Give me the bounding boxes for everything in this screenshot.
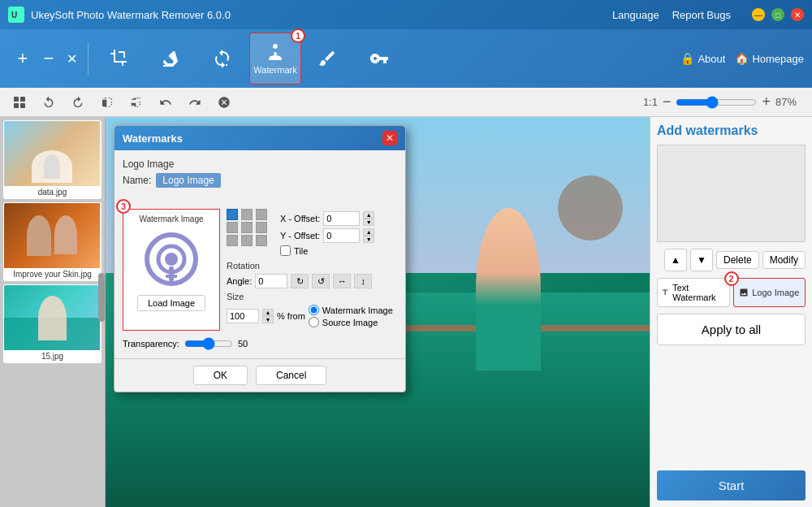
svg-rect-4 [14,103,19,108]
angle-label: Angle: [227,276,252,286]
brush-tool[interactable] [301,32,353,84]
crop-tool[interactable] [93,32,145,84]
pos-bot-center[interactable] [241,235,253,246]
pos-top-right[interactable] [256,209,267,220]
about-section: 🔒 About [680,52,725,65]
close-file-btn[interactable]: ✕ [60,44,83,73]
zoom-slider[interactable] [676,96,757,109]
badge-2: 2 [724,271,739,286]
thumbnail-2[interactable]: Improve your Skin.jpg [3,202,102,281]
size-input[interactable] [227,309,259,323]
redo-btn[interactable] [184,91,206,114]
zoom-out-btn[interactable]: − [663,93,672,110]
offset-fields: X - Offset: ▲ ▼ Y - [280,209,374,256]
watermark-preview [657,145,806,242]
delete-btn[interactable]: Delete [716,251,759,269]
pos-mid-center[interactable] [241,222,253,233]
wm-image-box: Watermark Image [123,209,220,331]
rot-ccw-btn[interactable]: ↺ [312,274,330,288]
report-bugs-btn[interactable]: Report Bugs [672,9,731,21]
toolbar-separator-1 [88,42,89,75]
yoffset-down[interactable]: ▼ [363,236,374,243]
minimize-btn[interactable]: — [752,8,765,21]
key-tool[interactable] [353,32,405,84]
pos-mid-right[interactable] [256,222,267,233]
add-btn[interactable]: + [8,44,37,73]
watermark-tool[interactable]: 1 Watermark [249,32,301,84]
thumb-label-2: Improve your Skin.jpg [4,268,101,280]
yoffset-label: Y - Offset: [280,231,320,240]
apply-all-btn[interactable]: Apply to all [657,314,806,345]
ok-btn[interactable]: OK [193,366,248,385]
rot-cw-btn[interactable]: ↻ [291,274,309,288]
flip-v-btn[interactable] [125,91,148,114]
toolbar-right: 🔒 About 🏠 Homepage [680,52,804,65]
dialog-section-title: Logo Image [123,158,397,170]
tile-label: Tile [294,246,308,256]
radio-src[interactable] [309,317,319,327]
thumb-label-1: data.jpg [4,186,101,198]
dialog-close-btn[interactable]: ✕ [382,131,397,145]
pos-top-center[interactable] [241,209,253,220]
tab-text-label: Text Watermark [672,283,725,302]
language-btn[interactable]: Language [612,9,659,21]
dialog-footer: OK Cancel [114,358,405,392]
wm-down-btn[interactable]: ▼ [690,249,713,271]
rotate-cw-btn[interactable] [37,91,60,114]
about-btn[interactable]: About [698,53,725,65]
cancel-btn[interactable] [213,91,235,114]
window-controls: — □ ✕ [752,8,804,21]
size-down[interactable]: ▼ [262,316,274,323]
wm-up-btn[interactable]: ▲ [664,249,687,271]
tile-checkbox[interactable] [280,245,291,256]
yoffset-up[interactable]: ▲ [363,228,374,236]
wm-action-row: ▲ ▼ Delete Modify [657,249,806,271]
yoffset-input[interactable] [323,228,360,243]
flip-h-rot-btn[interactable]: ↔ [333,274,351,288]
modify-btn[interactable]: Modify [762,251,806,269]
xoffset-input[interactable] [323,211,360,226]
tab-text-watermark[interactable]: Text Watermark [657,278,730,307]
rotate-ccw-btn[interactable] [67,91,89,114]
canvas-area: Watermarks ✕ Logo Image Name: Logo Image… [106,117,650,507]
pos-bot-left[interactable] [227,235,238,246]
pos-mid-left[interactable] [227,222,238,233]
xoffset-label: X - Offset: [280,214,320,223]
yoffset-spin: ▲ ▼ [363,228,374,243]
grid-btn[interactable] [8,91,31,114]
radio-wm[interactable] [309,305,319,315]
size-up[interactable]: ▲ [262,309,274,316]
flip-v-rot-btn[interactable]: ↕ [354,274,372,288]
undo-btn[interactable] [154,91,177,114]
flip-h-btn[interactable] [96,91,119,114]
dialog-cancel-btn[interactable]: Cancel [256,366,326,385]
load-image-btn[interactable]: Load Image [137,295,205,311]
maximize-btn[interactable]: □ [771,8,784,21]
title-bar-right: Language Report Bugs — □ ✕ [612,8,804,21]
rotation-label: Rotation [227,261,397,271]
eraser-tool[interactable] [145,32,197,84]
app-logo: U [8,6,24,23]
pos-top-left[interactable] [227,209,238,220]
svg-rect-2 [14,97,19,102]
homepage-btn[interactable]: Homepage [752,53,804,65]
thumbnail-3[interactable]: 15.jpg [3,284,102,363]
start-btn[interactable]: Start [657,470,806,500]
pos-bot-right[interactable] [256,235,267,246]
thumbnail-1[interactable]: data.jpg [3,120,102,199]
xoffset-down[interactable]: ▼ [363,219,374,226]
close-btn[interactable]: ✕ [791,8,804,21]
watermark-badge: 1 [291,28,305,43]
xoffset-up[interactable]: ▲ [363,211,374,219]
main-toolbar: + − ✕ 1 Watermark 🔒 About 🏠 Homepage [0,29,812,88]
transparency-slider[interactable] [184,337,233,350]
xoffset-row: X - Offset: ▲ ▼ [280,211,374,226]
zoom-in-btn[interactable]: + [762,93,771,110]
flip-tool[interactable] [197,32,249,84]
app-title: UkeySoft Photo Watermark Remover 6.0.0 [31,9,231,21]
tab-logo-image[interactable]: Logo Image [733,278,806,307]
remove-btn[interactable]: − [37,44,60,73]
position-grid [227,209,269,246]
title-bar-left: U UkeySoft Photo Watermark Remover 6.0.0 [8,6,231,23]
angle-input[interactable] [255,274,287,288]
